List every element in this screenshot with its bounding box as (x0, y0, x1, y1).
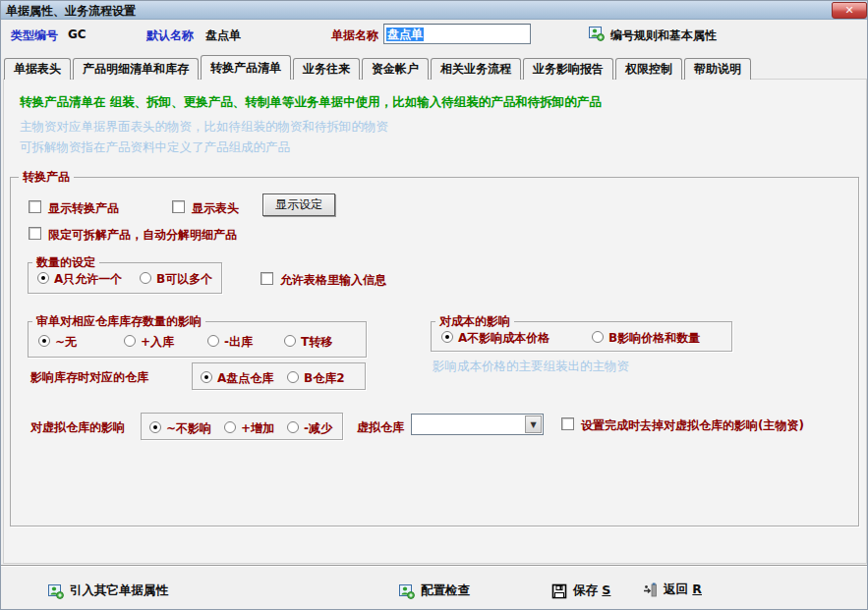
virtual-none-label[interactable]: ~不影响 (166, 420, 211, 437)
user-card-plus-icon (48, 583, 64, 599)
default-name-label: 默认名称 (146, 28, 194, 44)
tab-product-detail-stock[interactable]: 产品明细清单和库存 (73, 58, 199, 80)
save-button[interactable]: 保存 S (551, 582, 610, 599)
tab-permission-control[interactable]: 权限控制 (615, 58, 682, 80)
tab-business-impact-report[interactable]: 业务影响报告 (523, 58, 613, 80)
limit-decompose-checkbox[interactable] (29, 227, 41, 240)
quantity-setting-group: 数量的设定 A只允许一个 B可以多个 (28, 262, 222, 294)
doc-name-label: 单据名称 (331, 28, 378, 44)
stock-impact-group: 审单对相应仓库库存数量的影响 ~无 +入库 -出库 T转移 (28, 321, 367, 358)
virtual-decrease-label[interactable]: -减少 (304, 420, 332, 437)
show-convert-product-checkbox[interactable] (29, 200, 41, 213)
cost-impact-group: 对成本的影响 A不影响成本价格 B影响价格和数量 (431, 321, 732, 352)
virtual-impact-label: 对虚拟仓库的影响 (30, 419, 125, 436)
show-header-label[interactable]: 显示表头 (192, 200, 239, 217)
convert-product-group: 转换产品 显示转换产品 显示表头 显示设定 限定可拆解产品，自动分解明细产品 数… (10, 177, 859, 527)
tab-convert-product-list[interactable]: 转换产品清单 (201, 55, 291, 80)
stock-transfer-label[interactable]: T转移 (301, 334, 332, 351)
stock-none-label[interactable]: ~无 (55, 334, 77, 351)
description-note-2: 可拆解物资指在产品资料中定义了产品组成的产品 (20, 139, 290, 156)
allow-table-input-label[interactable]: 允许表格里输入信息 (280, 272, 386, 289)
warehouse-b-label[interactable]: B仓库2 (304, 370, 345, 387)
cost-no-impact-radio[interactable] (441, 331, 453, 343)
virtual-increase-label[interactable]: +增加 (241, 420, 274, 437)
tab-doc-header[interactable]: 单据表头 (4, 58, 71, 80)
virtual-decrease-radio[interactable] (287, 421, 299, 433)
allow-table-input-checkbox[interactable] (260, 272, 273, 285)
limit-decompose-label[interactable]: 限定可拆解产品，自动分解明细产品 (48, 227, 237, 244)
close-button[interactable]: ✕ (832, 2, 867, 19)
quantity-only-one-label[interactable]: A只允许一个 (54, 271, 122, 288)
remove-virtual-impact-checkbox[interactable] (561, 417, 574, 430)
virtual-increase-radio[interactable] (224, 421, 236, 433)
stock-warehouse-label: 影响库存时对应的仓库 (30, 369, 148, 386)
import-other-doc-props-label: 引入其它单据属性 (70, 582, 168, 599)
tab-bar: 单据表头 产品明细清单和库存 转换产品清单 业务往来 资金帐户 相关业务流程 业… (4, 55, 753, 80)
stock-out-radio[interactable] (207, 335, 219, 347)
tab-help[interactable]: 帮助说明 (684, 58, 751, 80)
default-name-value: 盘点单 (205, 28, 241, 44)
title-bar[interactable]: 单据属性、业务流程设置 ✕ (1, 1, 868, 20)
tab-related-workflow[interactable]: 相关业务流程 (431, 58, 521, 80)
quantity-multiple-label[interactable]: B可以多个 (156, 271, 212, 288)
stock-in-label[interactable]: +入库 (141, 334, 174, 351)
chevron-down-icon[interactable]: ▼ (525, 416, 542, 433)
user-card-plus-icon (399, 583, 415, 599)
convert-product-group-title: 转换产品 (19, 169, 74, 186)
return-label: 返回 R (664, 582, 702, 598)
user-card-plus-icon (589, 26, 605, 41)
header-strip: 类型编号 GC 默认名称 盘点单 单据名称 盘点单 编号规则和基本属性 (1, 20, 868, 55)
stock-in-radio[interactable] (124, 335, 136, 347)
tab-fund-accounts[interactable]: 资金帐户 (362, 58, 429, 80)
cost-impact-title: 对成本的影响 (435, 313, 514, 330)
quantity-multiple-radio[interactable] (140, 272, 151, 284)
tab-page-convert-product: 转换产品清单在 组装、拆卸、更换产品、转制单等业务单据中使用，比如输入待组装的产… (3, 79, 867, 564)
virtual-warehouse-label: 虚拟仓库 (357, 419, 404, 436)
doc-name-selected-text: 盘点单 (386, 28, 424, 41)
description-green: 转换产品清单在 组装、拆卸、更换产品、转制单等业务单据中使用，比如输入待组装的产… (20, 94, 602, 111)
cost-impact-note: 影响成本价格的主要组装出的主物资 (433, 359, 629, 375)
stock-transfer-radio[interactable] (284, 335, 296, 347)
floppy-disk-icon (551, 583, 567, 599)
show-header-checkbox[interactable] (172, 200, 185, 213)
save-label: 保存 S (573, 582, 610, 599)
warehouse-b-radio[interactable] (287, 371, 299, 383)
virtual-warehouse-combobox[interactable]: ▼ (411, 414, 544, 435)
exit-door-icon (642, 582, 658, 598)
description-note-1: 主物资对应单据界面表头的物资，比如待组装的物资和待拆卸的物资 (20, 119, 388, 136)
tab-business-contacts[interactable]: 业务往来 (293, 58, 360, 80)
cost-no-impact-label[interactable]: A不影响成本价格 (458, 330, 550, 347)
stock-impact-title: 审单对相应仓库库存数量的影响 (32, 313, 205, 330)
window-title: 单据属性、业务流程设置 (6, 3, 136, 20)
cost-impact-both-radio[interactable] (592, 331, 604, 343)
return-button[interactable]: 返回 R (642, 582, 702, 598)
virtual-none-radio[interactable] (149, 421, 161, 433)
import-other-doc-props-button[interactable]: 引入其它单据属性 (48, 582, 168, 599)
virtual-impact-group: ~不影响 +增加 -减少 (141, 413, 343, 440)
type-code-value: GC (68, 28, 87, 41)
doc-name-input[interactable]: 盘点单 (383, 24, 531, 44)
show-convert-product-label[interactable]: 显示转换产品 (48, 200, 119, 217)
warehouse-a-radio[interactable] (201, 371, 212, 383)
config-check-button[interactable]: 配置检查 (399, 582, 470, 599)
cost-impact-both-label[interactable]: B影响价格和数量 (608, 330, 700, 347)
stock-none-radio[interactable] (38, 335, 50, 347)
warehouse-a-label[interactable]: A盘点仓库 (217, 370, 273, 387)
footer-toolbar: 引入其它单据属性 配置检查 (1, 567, 868, 610)
display-settings-button[interactable]: 显示设定 (262, 194, 335, 216)
type-code-label: 类型编号 (11, 28, 58, 44)
stock-out-label[interactable]: -出库 (224, 334, 253, 351)
remove-virtual-impact-label[interactable]: 设置完成时去掉对虚拟仓库的影响(主物资) (581, 417, 804, 434)
dialog-window: 单据属性、业务流程设置 ✕ 类型编号 GC 默认名称 盘点单 单据名称 盘点单 … (0, 0, 868, 610)
quantity-setting-title: 数量的设定 (32, 254, 99, 271)
quantity-only-one-radio[interactable] (37, 272, 49, 284)
config-check-label: 配置检查 (421, 582, 470, 599)
numbering-rules-link[interactable]: 编号规则和基本属性 (610, 28, 717, 44)
stock-warehouse-group: A盘点仓库 B仓库2 (192, 362, 366, 390)
